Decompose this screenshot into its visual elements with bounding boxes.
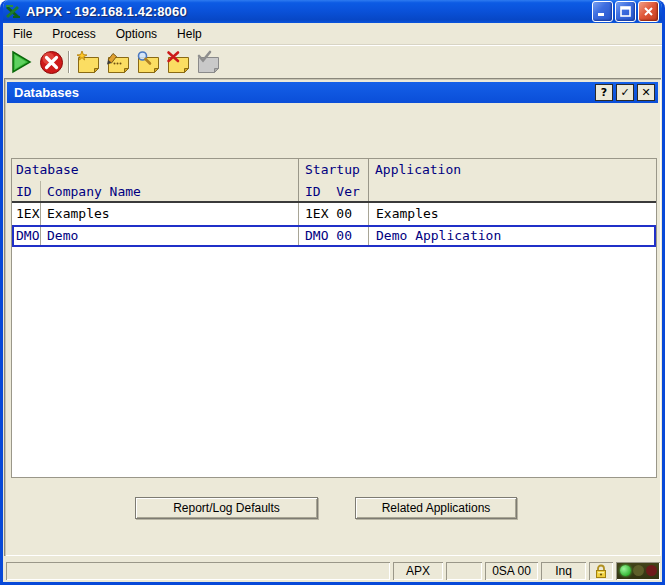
minimize-icon[interactable] bbox=[592, 1, 613, 22]
status-message-section bbox=[6, 562, 390, 580]
report-log-defaults-button[interactable]: Report/Log Defaults bbox=[135, 497, 318, 519]
cell-company-name: Demo bbox=[40, 225, 298, 247]
panel-ok-button[interactable]: ✓ bbox=[616, 84, 634, 101]
traffic-light-indicator bbox=[616, 562, 660, 580]
app-window: APPX - 192.168.1.42:8060 File Process Op… bbox=[0, 0, 665, 585]
panel-help-button[interactable]: ? bbox=[595, 84, 613, 101]
table-header-group-row: Database Startup Application bbox=[12, 159, 656, 181]
header-database: Database bbox=[12, 159, 298, 181]
cell-startup-id-ver: 1EX 00 bbox=[298, 203, 368, 225]
header-application: Application bbox=[368, 159, 656, 181]
table-row[interactable]: 1EX Examples 1EX 00 Examples bbox=[12, 203, 656, 225]
header-startup: Startup bbox=[298, 159, 368, 181]
delete-record-icon[interactable] bbox=[163, 48, 193, 76]
new-record-icon[interactable] bbox=[73, 48, 103, 76]
appx-logo-icon bbox=[5, 4, 22, 20]
lock-icon bbox=[589, 562, 613, 580]
header-database-id: ID bbox=[12, 181, 40, 201]
cell-database-id: DMO bbox=[12, 225, 40, 247]
toolbar-separator bbox=[68, 51, 70, 73]
database-list: Database Startup Application ID Company … bbox=[11, 158, 657, 478]
status-apx-section: APX bbox=[393, 562, 443, 580]
status-app-version-section: 0SA 00 bbox=[485, 562, 538, 580]
panel-titlebar: Databases ? ✓ ✕ bbox=[7, 82, 658, 103]
statusbar: APX 0SA 00 Inq bbox=[3, 559, 662, 582]
header-startup-id-ver: ID Ver bbox=[298, 181, 368, 201]
view-record-icon[interactable] bbox=[133, 48, 163, 76]
titlebar[interactable]: APPX - 192.168.1.42:8060 bbox=[0, 0, 665, 23]
menu-process[interactable]: Process bbox=[45, 24, 102, 44]
cancel-icon[interactable] bbox=[36, 48, 66, 76]
main-panel: Databases ? ✓ ✕ Database Startup Applica… bbox=[4, 78, 661, 556]
select-record-icon-disabled bbox=[193, 48, 223, 76]
status-empty-section bbox=[446, 562, 482, 580]
toolbar bbox=[3, 46, 662, 78]
menu-help[interactable]: Help bbox=[170, 24, 209, 44]
menu-file[interactable]: File bbox=[6, 24, 39, 44]
amber-lamp-icon bbox=[633, 565, 644, 576]
table-row-selected[interactable]: DMO Demo DMO 00 Demo Application bbox=[12, 225, 656, 247]
table-header-sub-row: ID Company Name ID Ver bbox=[12, 181, 656, 203]
maximize-icon[interactable] bbox=[615, 1, 636, 22]
close-icon[interactable] bbox=[638, 1, 659, 22]
window-controls bbox=[592, 1, 659, 22]
cell-startup-id-ver: DMO 00 bbox=[298, 225, 368, 247]
cell-company-name: Examples bbox=[40, 203, 298, 225]
header-application-blank bbox=[368, 181, 656, 201]
menu-options[interactable]: Options bbox=[109, 24, 164, 44]
edit-record-icon[interactable] bbox=[103, 48, 133, 76]
run-icon[interactable] bbox=[6, 48, 36, 76]
window-title: APPX - 192.168.1.42:8060 bbox=[26, 4, 592, 19]
menubar: File Process Options Help bbox=[3, 23, 662, 45]
green-lamp-icon bbox=[620, 565, 631, 576]
cell-application: Examples bbox=[368, 203, 656, 225]
red-lamp-icon bbox=[646, 565, 657, 576]
panel-title: Databases bbox=[14, 85, 595, 100]
cell-application: Demo Application bbox=[368, 225, 656, 247]
status-mode-section: Inq bbox=[541, 562, 586, 580]
panel-close-button[interactable]: ✕ bbox=[637, 84, 655, 101]
header-company-name: Company Name bbox=[40, 181, 298, 201]
related-applications-button[interactable]: Related Applications bbox=[355, 497, 517, 519]
cell-database-id: 1EX bbox=[12, 203, 40, 225]
